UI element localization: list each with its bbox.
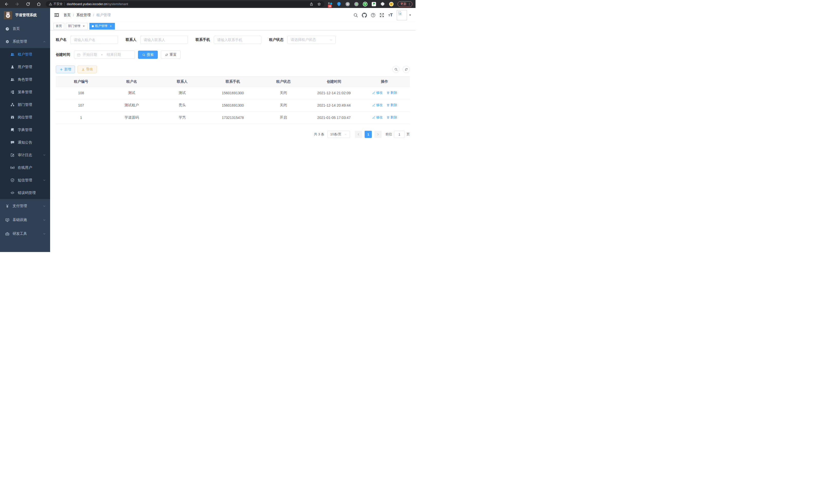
- table-header-row: 租户编号租户名联系人联系手机租户状态创建时间操作: [56, 77, 410, 87]
- delete-link[interactable]: 删除: [386, 115, 397, 120]
- cell-status: 关闭: [258, 99, 309, 112]
- edit-link[interactable]: 修改: [372, 90, 383, 95]
- dev-tools-icon: [5, 232, 9, 236]
- fullscreen-icon[interactable]: [379, 12, 384, 18]
- sms-shield-icon: [10, 178, 15, 182]
- prev-page-button[interactable]: [355, 131, 362, 138]
- extension-flag-icon[interactable]: [371, 2, 376, 7]
- sidebar-item-label: 系统管理: [12, 39, 27, 44]
- breadcrumb-separator: /: [93, 13, 94, 17]
- error-code-icon: [10, 190, 15, 195]
- page-size-select[interactable]: 10条/页: [327, 131, 350, 138]
- breadcrumb-item[interactable]: 系统管理: [76, 13, 91, 18]
- sidebar-item-6[interactable]: 部门管理: [0, 98, 50, 111]
- roles-icon: [10, 77, 15, 82]
- sidebar-item-9[interactable]: 通知公告: [0, 136, 50, 149]
- browser-home-icon[interactable]: [36, 2, 41, 6]
- phone-input[interactable]: [214, 36, 261, 44]
- breadcrumb-item[interactable]: 首页: [63, 13, 71, 18]
- tab-0[interactable]: 首页: [53, 23, 64, 30]
- github-icon[interactable]: [362, 12, 367, 18]
- add-button[interactable]: 新增: [56, 65, 75, 73]
- extension-kite-icon[interactable]: [336, 2, 342, 7]
- edit-link[interactable]: 修改: [372, 115, 383, 120]
- online-users-icon: [10, 166, 15, 170]
- extension-y-icon[interactable]: Y: [363, 2, 368, 7]
- search-icon[interactable]: [353, 12, 358, 18]
- delete-link[interactable]: 删除: [386, 90, 397, 95]
- dictionary-icon: [10, 128, 15, 132]
- app-logo: [4, 11, 12, 19]
- edit-link[interactable]: 修改: [372, 103, 383, 108]
- font-size-icon[interactable]: TT: [388, 12, 393, 18]
- sidebar-item-label: 用户管理: [18, 65, 32, 69]
- sidebar-item-0[interactable]: 首页: [0, 22, 50, 35]
- table-column-header: 联系人: [157, 77, 208, 87]
- search-button[interactable]: 搜索: [138, 51, 158, 59]
- sidebar-item-10[interactable]: 审计日志: [0, 149, 50, 161]
- sidebar-item-4[interactable]: 角色管理: [0, 73, 50, 86]
- close-tab-icon[interactable]: ×: [82, 24, 86, 28]
- current-page-button[interactable]: 1: [365, 131, 372, 138]
- share-icon[interactable]: [309, 2, 314, 6]
- tenant-name-input[interactable]: [70, 36, 118, 44]
- browser-reload-icon[interactable]: [26, 2, 30, 6]
- contact-input[interactable]: [140, 36, 188, 44]
- export-button[interactable]: 导出: [78, 65, 97, 73]
- extension-badge: 10: [328, 5, 332, 8]
- browser-back-icon[interactable]: [4, 2, 9, 6]
- help-icon[interactable]: [371, 12, 376, 18]
- reset-button[interactable]: 重置: [161, 51, 181, 59]
- delete-link-label: 删除: [391, 115, 397, 120]
- pen-icon: [372, 116, 375, 119]
- cell-name: 芋道源码: [106, 112, 157, 124]
- sidebar-item-15[interactable]: 基础设施: [0, 213, 50, 227]
- broken-image-icon: [398, 11, 402, 16]
- reset-button-label: 重置: [170, 52, 176, 57]
- sidebar-item-label: 首页: [12, 26, 20, 31]
- address-bar[interactable]: 不安全 dashboard.yudao.iocoder.cn/system/te…: [46, 1, 324, 7]
- sidebar-item-5[interactable]: 菜单管理: [0, 86, 50, 98]
- extension-command-icon[interactable]: ⌘: [345, 2, 350, 7]
- date-range-picker[interactable]: 开始日期 - 结束日期: [74, 51, 135, 59]
- hamburger-icon[interactable]: [54, 12, 59, 18]
- svg-text:T: T: [390, 13, 393, 18]
- tab-2[interactable]: 租户管理×: [89, 23, 115, 30]
- refresh-table-button[interactable]: [403, 66, 410, 73]
- app-logo-row[interactable]: 芋道管理系统: [0, 8, 50, 22]
- bookmark-star-icon[interactable]: [317, 2, 321, 6]
- avatar-caret-icon[interactable]: [408, 13, 412, 17]
- tenant-table: 租户编号租户名联系人联系手机租户状态创建时间操作 108测试测试15601691…: [56, 76, 410, 124]
- browser-update-button[interactable]: 更新: [398, 1, 412, 7]
- sidebar-item-2[interactable]: 租户管理: [0, 48, 50, 61]
- page-size-value: 10条/页: [330, 132, 342, 137]
- sidebar-item-11[interactable]: 在线用户: [0, 161, 50, 174]
- browser-forward-icon[interactable]: [15, 2, 20, 6]
- sidebar-item-16[interactable]: 研发工具: [0, 227, 50, 241]
- sidebar-item-8[interactable]: 字典管理: [0, 124, 50, 136]
- extension-blocks-icon[interactable]: 10: [327, 2, 333, 7]
- toggle-search-button[interactable]: [392, 66, 400, 73]
- sidebar-item-13[interactable]: 错误码管理: [0, 186, 50, 199]
- goto-page-input[interactable]: [394, 131, 405, 138]
- sidebar-item-12[interactable]: 短信管理: [0, 174, 50, 186]
- tab-1[interactable]: 部门管理×: [66, 23, 88, 30]
- export-button-label: 导出: [86, 67, 93, 72]
- edit-link-label: 修改: [376, 90, 383, 95]
- extensions-puzzle-icon[interactable]: [380, 2, 385, 7]
- sidebar-item-7[interactable]: 岗位管理: [0, 111, 50, 124]
- date-end-placeholder: 结束日期: [107, 52, 121, 57]
- profile-avatar-icon[interactable]: [389, 2, 394, 7]
- browser-menu-icon[interactable]: [407, 2, 411, 6]
- cell-id: 108: [56, 87, 106, 99]
- sidebar-item-1[interactable]: 系统管理: [0, 35, 50, 48]
- status-select[interactable]: 请选择租户状态: [287, 36, 336, 44]
- delete-link[interactable]: 删除: [386, 103, 397, 108]
- avatar[interactable]: [397, 10, 407, 20]
- next-page-button[interactable]: [374, 131, 381, 138]
- sidebar-item-3[interactable]: 用户管理: [0, 61, 50, 73]
- audit-log-icon: [10, 153, 15, 157]
- sidebar-item-14[interactable]: 支付管理: [0, 199, 50, 213]
- close-tab-icon[interactable]: ×: [109, 24, 113, 28]
- extension-recorder-icon[interactable]: [354, 2, 359, 7]
